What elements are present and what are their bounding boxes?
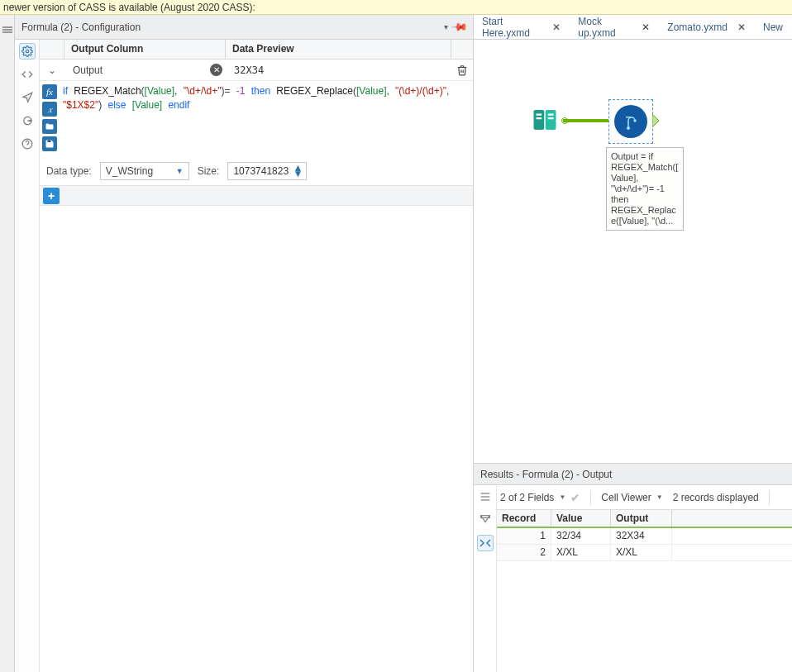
svg-point-12 [633, 119, 637, 122]
cell-output: X/XL [611, 545, 672, 560]
close-icon[interactable]: ✕ [737, 21, 746, 33]
text-input-tool[interactable] [528, 103, 561, 136]
tab-annotation-icon[interactable] [19, 112, 36, 129]
tab-label: Zomato.yxmd [667, 21, 728, 33]
svg-point-0 [26, 50, 29, 53]
configuration-panel: Formula (2) - Configuration ▾ 📌 Output C… [15, 15, 474, 672]
svg-rect-6 [546, 110, 556, 130]
clear-output-icon[interactable]: ✕ [210, 64, 222, 76]
tab-help-icon[interactable] [19, 136, 36, 152]
connection[interactable] [563, 119, 614, 122]
check-icon: ✔ [570, 491, 580, 504]
svg-rect-5 [534, 110, 545, 130]
dropdown-icon: ▼ [656, 493, 663, 501]
tab-label: Mock up.yxmd [578, 16, 632, 39]
output-column-input[interactable] [69, 63, 221, 78]
fields-selector[interactable]: 2 of 2 Fields▼✔ [500, 491, 580, 504]
svg-rect-9 [548, 114, 554, 116]
tab-start-here[interactable]: Start Here.yxmd✕ [474, 15, 570, 39]
formula-output-anchor[interactable] [652, 114, 661, 127]
header-output[interactable]: Output [611, 510, 672, 527]
variables-icon[interactable]: 𝑥 [42, 102, 57, 117]
table-row[interactable]: 1 32/34 32X34 [497, 528, 792, 545]
messages-view-icon[interactable] [477, 489, 494, 505]
close-icon[interactable]: ✕ [552, 21, 561, 33]
tab-nav-icon[interactable] [19, 89, 36, 106]
collapse-icon[interactable]: ▾ [444, 22, 448, 31]
close-icon[interactable]: ✕ [642, 21, 650, 33]
fields-text: 2 of 2 Fields [500, 492, 554, 503]
output-grid-header: Output Column Data Preview [40, 40, 473, 60]
data-preview-value: 32X34 [226, 60, 451, 80]
pin-icon[interactable]: 📌 [451, 18, 469, 36]
tab-mock-up[interactable]: Mock up.yxmd✕ [570, 15, 659, 39]
config-sidetabs [15, 40, 40, 672]
formula-tool[interactable] [608, 99, 653, 144]
functions-icon[interactable]: fx [42, 84, 57, 99]
cell-value: X/XL [551, 545, 611, 560]
size-value: 1073741823 [233, 165, 289, 177]
spinner-icon[interactable]: ▲▼ [293, 165, 303, 177]
open-expression-icon[interactable] [42, 119, 57, 134]
cell-value: 32/34 [551, 528, 611, 544]
update-banner: newer version of CASS is available (Augu… [0, 0, 792, 15]
left-docked-tabs[interactable] [0, 15, 15, 672]
formula-editor[interactable]: if REGEX_Match([Value], "\d+/\d+")= -1 t… [60, 81, 473, 157]
svg-rect-13 [626, 117, 631, 118]
results-view-tabs [474, 485, 497, 672]
formula-toolbar: fx 𝑥 [40, 81, 60, 157]
data-view-icon[interactable] [477, 535, 494, 551]
svg-rect-10 [548, 117, 554, 119]
tab-new[interactable]: New [755, 15, 792, 39]
cell-record: 1 [497, 528, 551, 544]
tab-xml-icon[interactable] [19, 66, 36, 83]
configuration-title: Formula (2) - Configuration [21, 21, 141, 33]
svg-rect-4 [48, 141, 51, 143]
svg-rect-7 [537, 114, 542, 116]
dropdown-icon: ▼ [559, 493, 565, 501]
records-count: 2 records displayed [673, 492, 759, 503]
datatype-value: V_WString [106, 165, 153, 177]
tool-annotation[interactable]: Output = if REGEX_Match([Value], "\d+/\d… [606, 147, 684, 231]
results-table-header: Record Value Output [497, 510, 792, 528]
cellviewer-label: Cell Viewer [601, 492, 651, 503]
header-record[interactable]: Record [497, 510, 551, 527]
configuration-titlebar: Formula (2) - Configuration ▾ 📌 [15, 15, 473, 40]
size-label: Size: [198, 165, 220, 177]
workflow-canvas[interactable]: Output = if REGEX_Match([Value], "\d+/\d… [474, 40, 792, 463]
header-value[interactable]: Value [551, 510, 611, 527]
cell-output: 32X34 [611, 528, 672, 544]
save-expression-icon[interactable] [42, 136, 57, 151]
dropdown-icon: ▼ [176, 167, 184, 175]
tab-zomato[interactable]: Zomato.yxmd✕ [659, 15, 755, 39]
add-output-button[interactable]: + [43, 188, 60, 204]
table-row[interactable]: 2 X/XL X/XL [497, 545, 792, 561]
delete-row-icon[interactable] [451, 60, 473, 80]
expand-row-icon[interactable]: ⌄ [40, 60, 64, 80]
tab-label: New [763, 21, 783, 33]
header-data-preview[interactable]: Data Preview [226, 40, 451, 59]
svg-marker-1 [22, 93, 31, 102]
svg-point-11 [627, 126, 630, 130]
cell-viewer-toggle[interactable]: Cell Viewer▼ [601, 492, 662, 503]
header-output-column[interactable]: Output Column [64, 40, 226, 59]
svg-rect-8 [537, 117, 542, 119]
workflow-tabs: Start Here.yxmd✕ Mock up.yxmd✕ Zomato.yx… [474, 15, 792, 40]
datatype-label: Data type: [46, 165, 92, 177]
cell-record: 2 [497, 545, 551, 560]
tab-label: Start Here.yxmd [482, 16, 542, 39]
tab-config-icon[interactable] [19, 43, 36, 60]
type-size-row: Data type: V_WString ▼ Size: 1073741823 … [40, 157, 473, 186]
results-title: Results - Formula (2) - Output [474, 464, 792, 485]
output-row: ⌄ ✕ 32X34 [40, 60, 473, 81]
results-toolbar: 2 of 2 Fields▼✔ Cell Viewer▼ 2 records d… [497, 485, 792, 510]
results-panel: Results - Formula (2) - Output 2 of 2 Fi… [474, 464, 792, 672]
size-input[interactable]: 1073741823 ▲▼ [227, 162, 307, 180]
summary-view-icon[interactable] [477, 512, 494, 528]
datatype-select[interactable]: V_WString ▼ [100, 162, 189, 180]
